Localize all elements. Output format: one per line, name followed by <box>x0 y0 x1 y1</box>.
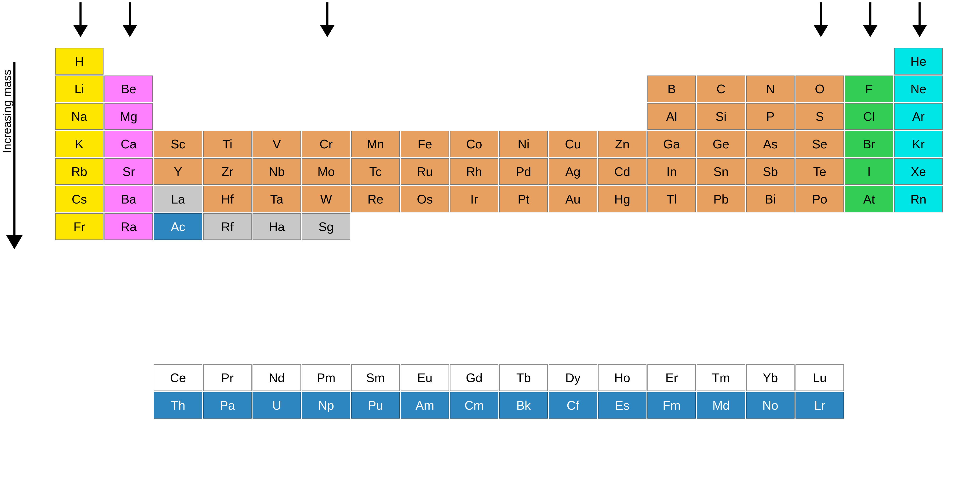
element-Ra: Ra <box>105 213 153 240</box>
element-Cm: Cm <box>450 392 498 418</box>
arrow-top-5 <box>862 1 879 37</box>
element-Tb: Tb <box>500 364 548 391</box>
element-Pa: Pa <box>203 392 251 418</box>
element-Cd: Cd <box>598 158 646 185</box>
element-Fr: Fr <box>55 213 103 240</box>
element-Pu: Pu <box>351 392 400 418</box>
element-Np: Np <box>302 392 350 418</box>
element-Br: Br <box>845 131 893 157</box>
element-Kr: Kr <box>894 131 943 157</box>
element-Cs: Cs <box>55 186 103 212</box>
element-Au: Au <box>549 186 597 212</box>
element-Co: Co <box>450 131 498 157</box>
element-K: K <box>55 131 103 157</box>
element-Ru: Ru <box>401 158 449 185</box>
arrow-top-3 <box>319 1 336 37</box>
element-Ha: Ha <box>253 213 301 240</box>
element-Sg: Sg <box>302 213 350 240</box>
element-Hf: Hf <box>203 186 251 212</box>
element-Lu: Lu <box>795 364 844 391</box>
element-S: S <box>795 103 844 130</box>
arrow-top-4 <box>813 1 829 37</box>
arrow-top-1 <box>72 1 89 37</box>
svg-marker-13 <box>6 235 23 249</box>
element-Ne: Ne <box>894 75 943 102</box>
element-U: U <box>253 392 301 418</box>
element-N: N <box>746 75 795 102</box>
element-Mo: Mo <box>302 158 350 185</box>
element-Ho: Ho <box>598 364 646 391</box>
element-Am: Am <box>401 392 449 418</box>
element-Hg: Hg <box>598 186 646 212</box>
element-Y: Y <box>154 158 202 185</box>
element-Na: Na <box>55 103 103 130</box>
element-Rf: Rf <box>203 213 251 240</box>
element-B: B <box>648 75 696 102</box>
element-F: F <box>845 75 893 102</box>
element-Ir: Ir <box>450 186 498 212</box>
element-Ni: Ni <box>500 131 548 157</box>
element-P: P <box>746 103 795 130</box>
element-O: O <box>795 75 844 102</box>
element-C: C <box>697 75 745 102</box>
element-Cr: Cr <box>302 131 350 157</box>
element-Li: Li <box>55 75 103 102</box>
element-Cf: Cf <box>549 392 597 418</box>
element-Fe: Fe <box>401 131 449 157</box>
element-Rn: Rn <box>894 186 943 212</box>
element-Ar: Ar <box>894 103 943 130</box>
element-He: He <box>894 48 943 75</box>
element-Te: Te <box>795 158 844 185</box>
element-Sn: Sn <box>697 158 745 185</box>
element-Ga: Ga <box>648 131 696 157</box>
element-Sm: Sm <box>351 364 400 391</box>
element-No: No <box>746 392 795 418</box>
element-Mn: Mn <box>351 131 400 157</box>
element-Tm: Tm <box>697 364 745 391</box>
element-Sc: Sc <box>154 131 202 157</box>
svg-marker-7 <box>814 25 828 37</box>
element-Tc: Tc <box>351 158 400 185</box>
element-Gd: Gd <box>450 364 498 391</box>
arrow-top-2 <box>121 1 138 37</box>
svg-marker-5 <box>320 25 334 37</box>
element-Rb: Rb <box>55 158 103 185</box>
element-Zn: Zn <box>598 131 646 157</box>
element-Sr: Sr <box>105 158 153 185</box>
element-Th: Th <box>154 392 202 418</box>
element-Eu: Eu <box>401 364 449 391</box>
element-Md: Md <box>697 392 745 418</box>
element-Ge: Ge <box>697 131 745 157</box>
element-Ca: Ca <box>105 131 153 157</box>
element-Se: Se <box>795 131 844 157</box>
element-Ti: Ti <box>203 131 251 157</box>
element-Lr: Lr <box>795 392 844 418</box>
element-Bk: Bk <box>500 392 548 418</box>
element-Al: Al <box>648 103 696 130</box>
element-Yb: Yb <box>746 364 795 391</box>
element-Rh: Rh <box>450 158 498 185</box>
element-H: H <box>55 48 103 75</box>
element-Er: Er <box>648 364 696 391</box>
element-Cl: Cl <box>845 103 893 130</box>
element-Ce: Ce <box>154 364 202 391</box>
element-Cu: Cu <box>549 131 597 157</box>
element-Mg: Mg <box>105 103 153 130</box>
element-Pd: Pd <box>500 158 548 185</box>
element-Zr: Zr <box>203 158 251 185</box>
element-Ba: Ba <box>105 186 153 212</box>
element-Pr: Pr <box>203 364 251 391</box>
element-Dy: Dy <box>549 364 597 391</box>
element-Xe: Xe <box>894 158 943 185</box>
element-I: I <box>845 158 893 185</box>
element-Pm: Pm <box>302 364 350 391</box>
element-Os: Os <box>401 186 449 212</box>
element-Re: Re <box>351 186 400 212</box>
svg-marker-11 <box>912 25 927 37</box>
arrow-top-6 <box>911 1 928 37</box>
element-Po: Po <box>795 186 844 212</box>
element-Nb: Nb <box>253 158 301 185</box>
element-Tl: Tl <box>648 186 696 212</box>
element-Si: Si <box>697 103 745 130</box>
element-Fm: Fm <box>648 392 696 418</box>
